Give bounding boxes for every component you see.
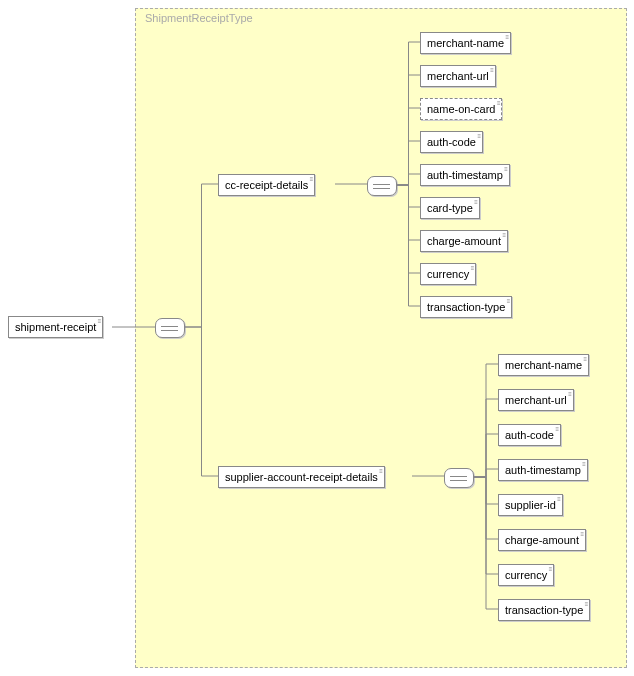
- node-auth-code[interactable]: auth-code≡: [420, 131, 483, 153]
- node-label: currency: [505, 569, 547, 581]
- corner-icon: ≡: [580, 531, 584, 537]
- type-label: ShipmentReceiptType: [145, 12, 253, 24]
- node-label: transaction-type: [427, 301, 505, 313]
- corner-icon: ≡: [549, 566, 553, 572]
- sequence-supplier[interactable]: [444, 468, 474, 488]
- node-charge-amount[interactable]: charge-amount≡: [498, 529, 586, 551]
- node-supplier-id[interactable]: supplier-id≡: [498, 494, 563, 516]
- corner-icon: ≡: [584, 356, 588, 362]
- corner-icon: ≡: [502, 232, 506, 238]
- corner-icon: ≡: [471, 265, 475, 271]
- node-label: auth-code: [427, 136, 476, 148]
- node-label: charge-amount: [505, 534, 579, 546]
- node-card-type[interactable]: card-type≡: [420, 197, 480, 219]
- corner-icon: ≡: [507, 298, 511, 304]
- sequence-root[interactable]: [155, 318, 185, 338]
- corner-icon: ≡: [568, 391, 572, 397]
- node-transaction-type[interactable]: transaction-type≡: [420, 296, 512, 318]
- node-auth-timestamp[interactable]: auth-timestamp≡: [420, 164, 510, 186]
- node-label: cc-receipt-details: [225, 179, 308, 191]
- node-currency[interactable]: currency≡: [420, 263, 476, 285]
- corner-icon: ≡: [379, 468, 383, 474]
- node-label: shipment-receipt: [15, 321, 96, 333]
- node-supplier-account-receipt-details[interactable]: supplier-account-receipt-details ≡: [218, 466, 385, 488]
- node-label: merchant-url: [427, 70, 489, 82]
- corner-icon: ≡: [557, 496, 561, 502]
- node-transaction-type[interactable]: transaction-type≡: [498, 599, 590, 621]
- node-auth-timestamp[interactable]: auth-timestamp≡: [498, 459, 588, 481]
- node-shipment-receipt[interactable]: shipment-receipt ≡: [8, 316, 103, 338]
- node-merchant-name[interactable]: merchant-name≡: [498, 354, 589, 376]
- node-label: auth-code: [505, 429, 554, 441]
- node-merchant-name[interactable]: merchant-name≡: [420, 32, 511, 54]
- node-name-on-card[interactable]: name-on-card≡: [420, 98, 502, 120]
- corner-icon: ≡: [555, 426, 559, 432]
- node-charge-amount[interactable]: charge-amount≡: [420, 230, 508, 252]
- corner-icon: ≡: [504, 166, 508, 172]
- corner-icon: ≡: [98, 318, 102, 324]
- corner-icon: ≡: [582, 461, 586, 467]
- node-label: merchant-url: [505, 394, 567, 406]
- corner-icon: ≡: [310, 176, 314, 182]
- node-label: currency: [427, 268, 469, 280]
- node-label: charge-amount: [427, 235, 501, 247]
- node-label: transaction-type: [505, 604, 583, 616]
- node-label: merchant-name: [505, 359, 582, 371]
- node-auth-code[interactable]: auth-code≡: [498, 424, 561, 446]
- node-label: supplier-id: [505, 499, 556, 511]
- node-label: auth-timestamp: [427, 169, 503, 181]
- corner-icon: ≡: [497, 100, 501, 106]
- node-currency[interactable]: currency≡: [498, 564, 554, 586]
- corner-icon: ≡: [506, 34, 510, 40]
- node-label: card-type: [427, 202, 473, 214]
- node-label: auth-timestamp: [505, 464, 581, 476]
- node-label: name-on-card: [427, 103, 495, 115]
- node-merchant-url[interactable]: merchant-url≡: [498, 389, 574, 411]
- corner-icon: ≡: [585, 601, 589, 607]
- corner-icon: ≡: [474, 199, 478, 205]
- node-label: merchant-name: [427, 37, 504, 49]
- node-cc-receipt-details[interactable]: cc-receipt-details ≡: [218, 174, 315, 196]
- corner-icon: ≡: [490, 67, 494, 73]
- sequence-cc[interactable]: [367, 176, 397, 196]
- node-label: supplier-account-receipt-details: [225, 471, 378, 483]
- node-merchant-url[interactable]: merchant-url≡: [420, 65, 496, 87]
- corner-icon: ≡: [477, 133, 481, 139]
